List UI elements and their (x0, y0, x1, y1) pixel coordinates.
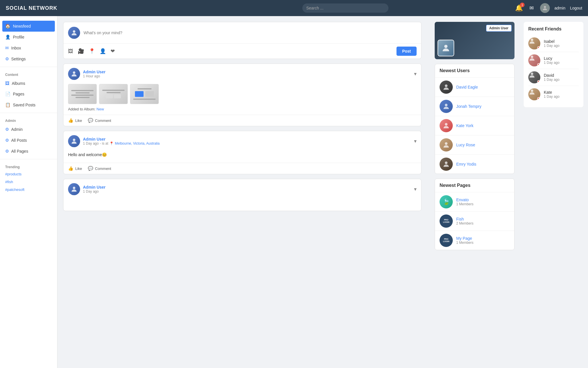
post-2-location[interactable]: Melbourne, Victoria, Australia (115, 141, 160, 145)
trending-tag-fish[interactable]: #fish (0, 178, 57, 186)
tag-people-icon[interactable]: 👤 (100, 48, 106, 54)
page-my-page[interactable]: PRO LOGIN My Page 1 Members (435, 231, 514, 250)
sidebar-item-profile[interactable]: 👤 Profile (0, 32, 57, 43)
sidebar-label-newsfeed: Newsfeed (13, 24, 31, 28)
envato-name: Envato (456, 198, 473, 202)
svg-point-13 (531, 72, 533, 75)
post-box: 🖼 🎥 📍 👤 ❤ Post (63, 22, 421, 59)
envato-info: Envato 1 Members (456, 198, 473, 206)
header-actions: 🔔 1 ✉ admin Logout (515, 3, 582, 13)
newest-user-jonah-tempry[interactable]: Jonah Tempry (435, 97, 514, 116)
content-section-title: Content (0, 69, 57, 78)
page-envato[interactable]: 🍃 Envato 1 Members (435, 192, 514, 211)
admin-section-title: Admin (0, 115, 57, 124)
feed-post-3: Admin User 1 Day ago ▾ (63, 179, 421, 211)
sidebar-divider-3 (0, 159, 57, 159)
feeling-icon[interactable]: ❤ (111, 48, 115, 54)
fish-name: Fish (456, 217, 473, 221)
svg-point-3 (73, 139, 76, 141)
lucy-rose-avatar (440, 138, 453, 152)
video-upload-icon[interactable]: 🎥 (78, 48, 84, 54)
fish-members: 2 Members (456, 221, 473, 225)
isabel-avatar (528, 37, 540, 49)
post-1-comment-button[interactable]: 💬 Comment (88, 118, 111, 123)
sidebar-item-all-pages[interactable]: ⚙ All Pages (0, 146, 57, 157)
post-text-input[interactable] (84, 30, 417, 35)
friend-isabel[interactable]: Isabel 1 Day ago (528, 35, 579, 52)
envato-members: 1 Members (456, 202, 473, 206)
album-link[interactable]: New (96, 107, 104, 111)
svg-point-6 (445, 85, 447, 87)
location-icon[interactable]: 📍 (89, 48, 95, 54)
newest-user-emry-yodis[interactable]: Emry Yodis (435, 154, 514, 174)
sidebar-label-all-posts: All Posts (11, 138, 27, 143)
post-2-actions: 👍 Like 💬 Comment (63, 163, 421, 174)
page-fish[interactable]: PRO LOGIN Fish 2 Members (435, 211, 514, 231)
post-1-actions: 👍 Like 💬 Comment (63, 115, 421, 126)
sidebar-item-albums[interactable]: 🖼 Albums (0, 78, 57, 89)
newest-users-title: Newest Users (435, 64, 514, 77)
search-container (175, 3, 515, 13)
trending-tag-products[interactable]: #products (0, 170, 57, 178)
sidebar-item-saved-posts[interactable]: 📋 Saved Posts (0, 99, 57, 110)
friend-lucy[interactable]: Lucy 1 Day ago (528, 52, 579, 69)
post-2-comment-button[interactable]: 💬 Comment (88, 166, 111, 171)
sidebar-item-pages[interactable]: 📄 Pages (0, 89, 57, 99)
sidebar-divider-1 (0, 67, 57, 67)
sidebar-item-inbox[interactable]: ✉ Inbox (0, 43, 57, 53)
lucy-online-dot (537, 63, 540, 66)
kate-info: Kate 1 Day ago (544, 90, 560, 99)
sidebar-label-albums: Albums (12, 81, 25, 86)
jonah-tempry-avatar (440, 100, 453, 113)
newest-pages-panel: Newest Pages 🍃 Envato 1 Members PRO LOGI… (435, 179, 514, 250)
newest-user-lucy-rose[interactable]: Lucy Rose (435, 135, 514, 154)
settings-icon: ⚙ (5, 56, 9, 62)
feed-post-1: Admin User 1 Hour ago ▾ (63, 64, 421, 126)
jonah-tempry-name: Jonah Tempry (456, 104, 481, 109)
david-avatar (528, 71, 540, 83)
trending-section-title: Trending (0, 162, 57, 170)
post-1-username[interactable]: Admin User (83, 70, 411, 74)
sidebar-item-all-posts[interactable]: ⚙ All Posts (0, 135, 57, 146)
profile-avatar (438, 40, 454, 56)
friend-david[interactable]: David 1 Day ago (528, 69, 579, 86)
sidebar-item-admin[interactable]: ⚙ Admin (0, 124, 57, 135)
recent-friends-title: Recent Friends (528, 26, 579, 32)
messages-icon[interactable]: ✉ (527, 4, 535, 12)
album-added-text: Added to Album: New (68, 107, 417, 111)
post-3-dropdown[interactable]: ▾ (414, 186, 417, 192)
image-upload-icon[interactable]: 🖼 (68, 48, 73, 54)
lucy-rose-name: Lucy Rose (456, 143, 475, 147)
post-2-dropdown[interactable]: ▾ (414, 138, 417, 144)
location-pin-icon: 📍 (109, 141, 114, 145)
post-3-username[interactable]: Admin User (83, 185, 411, 189)
avatar-image (68, 27, 80, 39)
post-2-like-button[interactable]: 👍 Like (68, 166, 82, 171)
post-button[interactable]: Post (396, 47, 417, 56)
david-info: David 1 Day ago (544, 73, 560, 82)
svg-point-2 (73, 71, 76, 74)
post-2-username[interactable]: Admin User (83, 137, 411, 141)
newest-user-david-eagle[interactable]: David Eagle (435, 77, 514, 97)
david-online-dot (537, 80, 540, 83)
post-2-body: Hello and welcome😊 (63, 151, 421, 163)
sidebar-item-newsfeed[interactable]: 🏠 Newsfeed (2, 21, 55, 32)
user-avatar[interactable] (540, 3, 550, 13)
logout-button[interactable]: Logout (570, 6, 582, 10)
newest-user-kate-york[interactable]: Kate York (435, 116, 514, 135)
notification-bell[interactable]: 🔔 1 (515, 4, 523, 12)
post-1-like-button[interactable]: 👍 Like (68, 118, 82, 123)
friend-kate[interactable]: Kate 1 Day ago (528, 86, 579, 103)
trending-tag-patchesoft[interactable]: #patchesoft (0, 186, 57, 193)
lucy-time: 1 Day ago (544, 61, 560, 65)
svg-point-14 (531, 89, 533, 92)
post-1-dropdown[interactable]: ▾ (414, 71, 417, 77)
post-3-avatar (68, 183, 80, 195)
header-username: admin (554, 6, 565, 10)
lucy-name: Lucy (544, 56, 560, 61)
sidebar-item-settings[interactable]: ⚙ Settings (0, 53, 57, 64)
search-input[interactable] (302, 3, 388, 13)
recent-friends-column: Recent Friends Isabel 1 Day ago Lucy 1 D… (519, 16, 588, 368)
david-eagle-name: David Eagle (456, 85, 478, 89)
comment-icon-2: 💬 (88, 166, 93, 171)
